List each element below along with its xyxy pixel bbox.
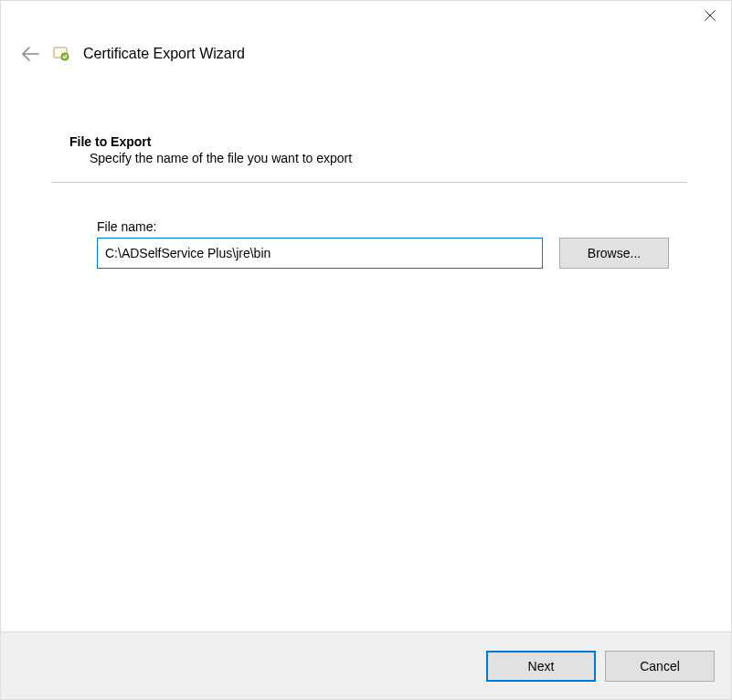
content-area: File to Export Specify the name of the f…	[1, 63, 731, 269]
back-arrow-icon	[21, 46, 39, 62]
footer: Next Cancel	[1, 631, 731, 699]
field-area: File name: Browse...	[69, 219, 681, 269]
close-button[interactable]	[689, 1, 731, 30]
wizard-title: Certificate Export Wizard	[83, 46, 245, 62]
close-icon	[705, 10, 716, 21]
file-row: File name: Browse...	[97, 219, 681, 269]
back-button[interactable]	[21, 45, 39, 63]
file-name-input[interactable]	[97, 238, 543, 269]
certificate-icon	[52, 45, 70, 63]
file-name-label: File name:	[97, 219, 543, 234]
cancel-button[interactable]: Cancel	[605, 651, 715, 682]
next-button[interactable]: Next	[486, 651, 596, 682]
section-title: File to Export	[69, 134, 681, 149]
browse-button[interactable]: Browse...	[559, 238, 669, 269]
titlebar	[1, 1, 731, 37]
section-description: Specify the name of the file you want to…	[69, 151, 681, 165]
wizard-header: Certificate Export Wizard	[1, 37, 731, 63]
divider	[51, 182, 687, 183]
